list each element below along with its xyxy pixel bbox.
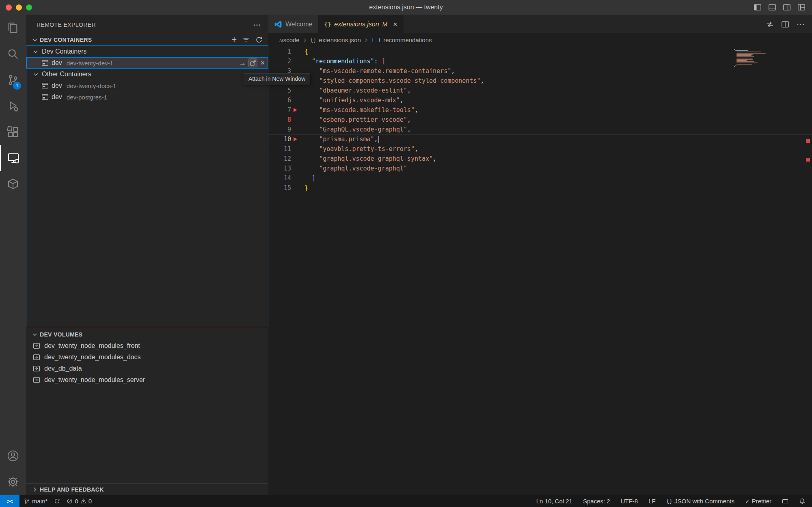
zoom-window-button[interactable] [26,4,32,11]
code-line[interactable]: 8 "esbenp.prettier-vscode", [268,115,812,125]
formatter-item[interactable]: ✓ Prettier [745,498,771,505]
close-tab-icon[interactable]: × [393,21,397,28]
sync-changes-icon[interactable] [54,498,60,504]
volume-item[interactable]: dev_twenty_node_modules_front [26,340,268,352]
line-number[interactable]: 9 [287,125,291,134]
tree-item-dev-twenty-docs-1[interactable]: dev dev-twenty-docs-1 [26,80,268,91]
eol-selector[interactable]: LF [648,498,656,505]
code-line[interactable]: 10 "prisma.prisma", [268,134,812,144]
dev-containers-icon[interactable] [0,171,26,197]
settings-gear-icon[interactable] [0,469,26,495]
line-number-gutter[interactable]: 5 [268,86,303,95]
code-editor[interactable]: 1{2 "recommendations": [3 "ms-vscode-rem… [268,47,812,495]
code-text[interactable]: "ms-vscode.makefile-tools", [303,105,418,115]
line-number-gutter[interactable]: 8 [268,115,303,125]
line-number[interactable]: 13 [284,164,291,173]
split-editor-icon[interactable] [781,20,789,28]
line-number-gutter[interactable]: 11 [268,144,303,154]
tree-item-dev-twenty-dev-1[interactable]: dev dev-twenty-dev-1 → × [26,57,268,69]
code-text[interactable]: "recommendations": [ [303,56,385,66]
line-number-gutter[interactable]: 13 [268,164,303,173]
code-line[interactable]: 12 "graphql.vscode-graphql-syntax", [268,154,812,164]
line-number[interactable]: 7 [287,105,291,115]
cursor-position[interactable]: Ln 10, Col 21 [536,498,572,505]
tree-item-dev-postgres-1[interactable]: dev dev-postgres-1 [26,91,268,103]
close-window-button[interactable] [6,4,12,11]
line-number-gutter[interactable]: 2 [268,56,303,66]
toggle-secondary-sidebar-icon[interactable] [783,3,791,11]
notifications-bell-icon[interactable] [799,498,806,505]
open-changes-icon[interactable] [766,20,774,28]
extensions-icon[interactable] [0,119,26,145]
line-number[interactable]: 14 [284,173,291,183]
minimap[interactable] [734,49,771,67]
problems-item[interactable]: 0 0 [67,498,92,505]
customize-layout-icon[interactable] [797,3,806,11]
search-icon[interactable] [0,41,26,67]
editor-more-actions-icon[interactable]: ⋯ [797,20,805,28]
line-number[interactable]: 12 [284,154,291,164]
code-line[interactable]: 4 "styled-components.vscode-styled-compo… [268,76,812,86]
code-text[interactable]: "styled-components.vscode-styled-compone… [303,76,484,86]
code-line[interactable]: 3 "ms-vscode-remote.remote-containers", [268,66,812,76]
code-text[interactable]: { [303,47,308,56]
encoding[interactable]: UTF-8 [621,498,638,505]
remote-explorer-icon[interactable] [0,145,26,171]
explorer-icon[interactable] [0,15,26,41]
volume-item[interactable]: dev_twenty_node_modules_server [26,374,268,386]
line-number[interactable]: 15 [284,183,291,193]
breadcrumb-file[interactable]: extensions.json [319,37,361,43]
line-number[interactable]: 10 [284,134,291,144]
code-text[interactable]: "dbaeumer.vscode-eslint", [303,86,411,95]
code-text[interactable]: "unifiedjs.vscode-mdx", [303,95,404,105]
indentation[interactable]: Spaces: 2 [583,498,610,505]
line-number[interactable]: 5 [287,86,291,95]
line-number-gutter[interactable]: 14 [268,173,303,183]
filter-icon[interactable] [242,36,250,43]
code-line[interactable]: 13 "graphql.vscode-graphql" [268,164,812,173]
attach-icon[interactable]: → [238,59,246,67]
code-line[interactable]: 11 "yoavbls.pretty-ts-errors", [268,144,812,154]
stop-container-icon[interactable]: × [260,59,265,67]
code-line[interactable]: 2 "recommendations": [ [268,56,812,66]
code-line[interactable]: 14 ] [268,173,812,183]
breadcrumb-symbol[interactable]: recommendations [383,37,432,43]
tab-welcome[interactable]: Welcome [268,15,318,33]
new-container-icon[interactable]: + [231,35,237,44]
line-number-gutter[interactable]: 1 [268,47,303,56]
tree-group-dev-containers[interactable]: Dev Containers [26,46,268,57]
code-text[interactable]: "graphql.vscode-graphql" [303,164,407,173]
code-text[interactable]: "prisma.prisma", [303,134,379,144]
toggle-primary-sidebar-icon[interactable] [754,3,762,11]
tree-group-other-containers[interactable]: Other Containers [26,69,268,80]
source-control-icon[interactable]: 1 [0,67,26,93]
line-number[interactable]: 2 [287,56,291,66]
code-line[interactable]: 9 "GraphQL.vscode-graphql", [268,125,812,134]
line-number-gutter[interactable]: 7 [268,105,303,115]
volume-item[interactable]: dev_twenty_node_modules_docs [26,352,268,363]
line-number-gutter[interactable]: 6 [268,95,303,105]
language-mode[interactable]: {} JSON with Comments [666,498,734,505]
code-text[interactable]: "esbenp.prettier-vscode", [303,115,411,125]
refresh-icon[interactable] [255,36,263,43]
minimize-window-button[interactable] [16,4,22,11]
code-line[interactable]: 6 "unifiedjs.vscode-mdx", [268,95,812,105]
line-number[interactable]: 11 [284,144,291,154]
volume-item[interactable]: dev_db_data [26,363,268,374]
code-text[interactable]: "graphql.vscode-graphql-syntax", [303,154,436,164]
screencast-icon[interactable] [782,498,788,505]
section-help-and-feedback[interactable]: HELP AND FEEDBACK [26,483,268,495]
line-number[interactable]: 1 [287,47,291,56]
tab-extensions-json[interactable]: {} extensions.json M × [318,15,403,33]
line-number-gutter[interactable]: 9 [268,125,303,134]
code-text[interactable]: } [303,183,308,193]
sidebar-more-actions-icon[interactable]: ⋯ [253,21,261,29]
code-line[interactable]: 5 "dbaeumer.vscode-eslint", [268,86,812,95]
line-number[interactable]: 8 [287,115,291,125]
run-debug-icon[interactable] [0,93,26,119]
toggle-panel-icon[interactable] [768,3,776,11]
breadcrumb-folder[interactable]: .vscode [279,37,300,43]
line-number-gutter[interactable]: 10 [268,134,303,144]
code-text[interactable]: "GraphQL.vscode-graphql", [303,125,411,134]
section-dev-volumes[interactable]: DEV VOLUMES [26,329,268,340]
